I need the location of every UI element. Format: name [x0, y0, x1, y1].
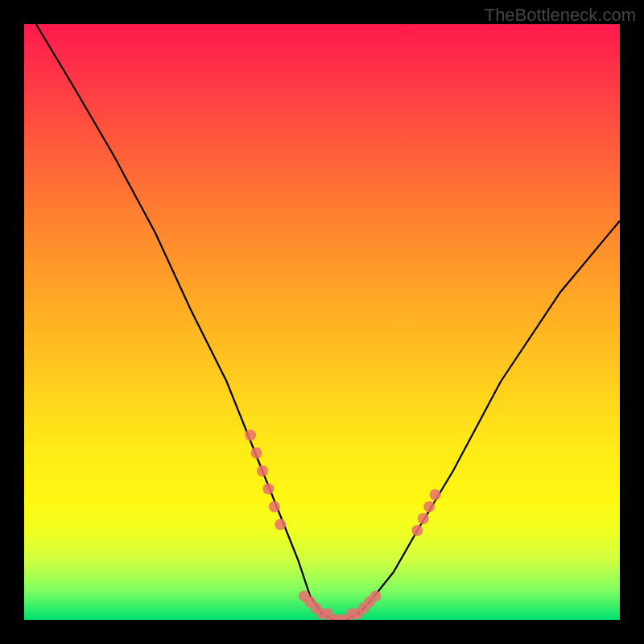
marker-dot [257, 465, 268, 477]
chart-canvas [24, 24, 620, 620]
marker-dot [430, 489, 441, 501]
marker-dot [251, 448, 262, 459]
marker-dot [370, 590, 382, 601]
marker-dot [262, 483, 274, 494]
marker-dot [245, 430, 256, 441]
marker-dot [423, 501, 435, 512]
bottleneck-curve [36, 24, 620, 620]
marker-dot [275, 519, 286, 530]
marker-dots [245, 430, 440, 620]
marker-dot [418, 513, 429, 524]
marker-dot [269, 501, 280, 512]
curve-svg [24, 24, 620, 620]
watermark-text: TheBottleneck.com [485, 5, 636, 26]
marker-dot [411, 525, 423, 536]
